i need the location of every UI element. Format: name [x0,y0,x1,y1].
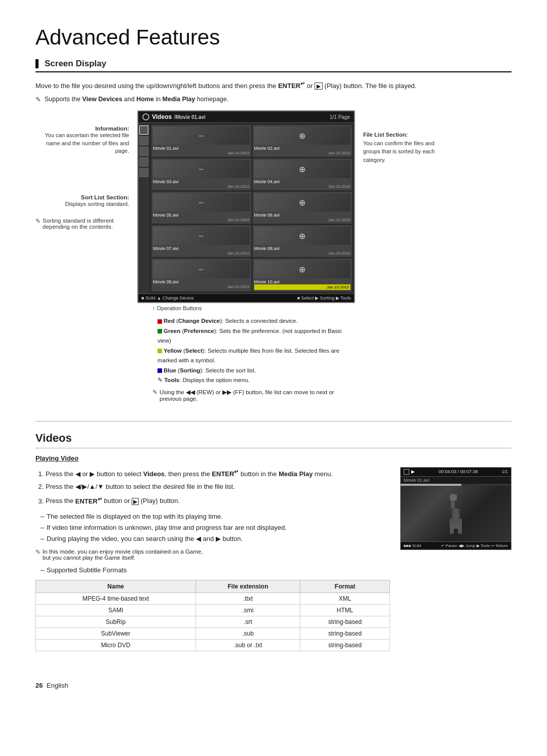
video-screen-footer: ■■■ SUM ↵ Pause ◀▶ Jump ▶ Tools ↩ Return [401,541,511,550]
video-left: Press the ◀ or ▶ button to select Videos… [35,467,390,651]
col-name: Name [36,580,196,593]
thumb-item: ⊕ Movie 06.avi Jan.10.2010 [253,192,353,224]
col-format: Format [300,580,390,593]
screen-body: ▪▪▪ Movie 01.avi Jan.10.2010 ⊕ Movie 02.… [138,123,354,293]
video-page-num: 1/1 [501,469,508,474]
left-annotations: Information: You can ascertain the selec… [35,110,129,406]
page-title: Advanced Features [35,25,512,50]
col-extension: File extension [196,580,300,593]
thumb-item: ▪▪▪ Movie 03.avi Jan.10.2010 [151,158,251,190]
thumb-item: ▪▪▪ Movie 01.avi Jan.10.2010 [151,125,251,157]
thumb-item: ⊕ Movie 10.avi Jan.10.2010 [253,259,353,291]
screen-side-nav [138,123,149,293]
separator [35,421,512,422]
thumb-item: ⊕ Movie 04.avi Jan.10.2010 [253,158,353,190]
screen-container: Videos /Movie 01.avi 1/1 Page [137,110,355,406]
note-media-play: Supports the View Devices and Home in Me… [35,96,512,103]
globe-icon [142,113,149,120]
annotation-sort-list: Sort List Section: Displays sorting stan… [35,194,129,208]
table-row: Micro DVD .sub or .txt string-based [36,640,390,651]
svg-rect-6 [457,510,460,522]
subtitle-table: Name File extension Format MPEG-4 time-b… [35,580,390,651]
video-screen-header: ▶ 00:04:03 / 00:07:38 1/1 [401,468,511,477]
operation-buttons-area: Red (Change Device): Selects a connected… [152,316,355,386]
giraffe-image [401,486,511,541]
video-right: ▶ 00:04:03 / 00:07:38 1/1 Movie 01.avi [400,467,512,651]
op-btn-red: Red (Change Device): Selects a connected… [158,316,355,326]
table-row: SubViewer .sub string-based [36,628,390,640]
video-content-area: Press the ◀ or ▶ button to select Videos… [35,467,512,651]
bullets-list: The selected file is displayed on the to… [35,511,390,544]
playing-video-heading: Playing Video [35,454,512,462]
thumb-item: ⊕ Movie 08.avi Jan.10.2010 [253,225,353,257]
annotation-information: Information: You can ascertain the selec… [35,125,129,155]
thumb-item: ⊕ Movie 02.avi Jan.10.2010 [253,125,353,157]
screen-display-section: Screen Display Move to the file you desi… [35,59,512,406]
page-footer: 26 English [35,682,512,689]
videos-section: Videos Playing Video Press the ◀ or ▶ bu… [35,432,512,651]
screen-display-area: Information: You can ascertain the selec… [35,110,512,406]
thumb-grid: ▪▪▪ Movie 01.avi Jan.10.2010 ⊕ Movie 02.… [149,123,354,293]
op-btn-blue: Blue (Sorting): Selects the sort list. [158,366,355,376]
note-rew-ff: Using the ◀◀ (REW) or ▶▶ (FF) button, fi… [152,389,355,402]
table-row: SAMI .smi HTML [36,605,390,616]
steps-list: Press the ◀ or ▶ button to select Videos… [35,467,390,507]
op-btn-green: Green (Preference): Sets the file prefer… [158,326,355,346]
screen-footer: ■ SUM ▲ Change Device ■ Select ▶ Sorting… [138,293,354,302]
bullet-1: The selected file is displayed on the to… [41,511,390,522]
video-screen: ▶ 00:04:03 / 00:07:38 1/1 Movie 01.avi [400,467,512,550]
operation-buttons-label: ↑ Operation Buttons [152,305,355,311]
step-1: Press the ◀ or ▶ button to select Videos… [46,467,390,480]
video-filename: Movie 01.avi [401,477,511,484]
screen-mockup: Videos /Movie 01.avi 1/1 Page [137,110,355,303]
operation-buttons-list: Red (Change Device): Selects a connected… [152,316,355,386]
thumb-item: ▪▪▪ Movie 05.avi Jan.10.2010 [151,192,251,224]
and-text: and [203,535,214,542]
table-row: SubRip .srt string-based [36,616,390,628]
bullet-2: If video time information is unknown, pl… [41,522,390,533]
bullet-3: During playing the video, you can search… [41,533,390,544]
step-3: Press the ENTER↵ button or ▶ (Play) butt… [46,494,390,507]
supported-subtitle: Supported Subtitle Formats [41,565,390,576]
thumb-item: ▪▪▪ Movie 07.avi Jan.10.2010 [151,225,251,257]
annotation-sorting-note: Sorting standard is different depending … [35,218,129,230]
svg-rect-5 [452,510,454,522]
subtitle-bullet: Supported Subtitle Formats [35,565,390,576]
globe-icon-small [404,469,409,475]
step-2: Press the ◀/▶/▲/▼ button to select the d… [46,481,390,492]
giraffe-svg [436,488,476,539]
right-annotations: File List Section: You can confirm the f… [363,110,447,406]
svg-rect-1 [450,494,457,500]
video-time-display: 00:04:03 / 00:07:38 [439,469,478,474]
op-btn-yellow: Yellow (Select): Selects multiple files … [158,346,355,366]
intro-paragraph: Move to the file you desired using the u… [35,79,512,92]
op-btn-tools: ✎ Tools: Displays the option menu. [158,375,355,386]
videos-heading: Videos [35,432,512,448]
note-game-mode: In this mode, you can enjoy movie clips … [35,549,390,561]
screen-display-heading: Screen Display [35,59,512,72]
screen-header: Videos /Movie 01.avi 1/1 Page [138,111,354,123]
thumb-item: ▪▪▪ Movie 09.avi Jan.10.2010 [151,259,251,291]
table-row: MPEG-4 time-based text .ttxt XML [36,593,390,605]
video-screen-body [401,486,511,541]
